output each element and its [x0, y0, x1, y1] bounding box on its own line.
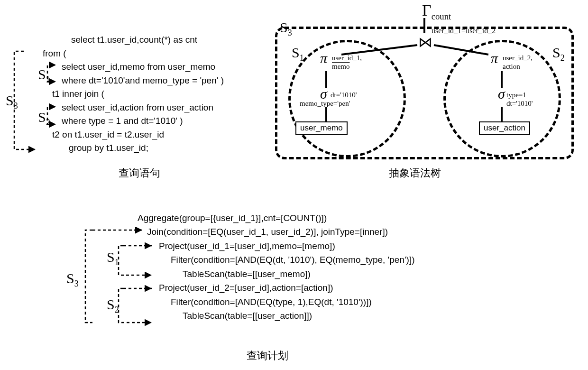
- join-cond: user_id_1=user_id_2: [432, 27, 496, 35]
- sql-line: t1 inner join (: [52, 87, 224, 101]
- label-s1-plan: S1: [107, 249, 119, 268]
- sql-line: where type = 1 and dt='1010' ): [62, 114, 224, 128]
- pi2-op: π: [491, 50, 498, 66]
- sql-line: from (: [43, 47, 224, 61]
- sql-line: select user_id,memo from user_memo: [62, 60, 224, 74]
- sigma1-sub: dt='1010'memo_type='pen': [300, 91, 357, 108]
- pi1-op: π: [320, 50, 327, 66]
- plan-line: TableScan(table=[[user_memo]): [183, 267, 415, 281]
- sql-query-block: select t1.user_id,count(*) as cnt from (…: [38, 33, 224, 155]
- table-user-action: user_action: [479, 121, 530, 135]
- pi2-sub: user_id_2,action: [503, 54, 533, 71]
- sql-line: t2 on t1.user_id = t2.user_id: [52, 128, 224, 142]
- sigma2-op: σ: [498, 86, 505, 102]
- plan-line: Join(condition=[EQ(user_id_1, user_id_2)…: [147, 225, 415, 239]
- label-s2-plan: S2: [107, 296, 119, 315]
- sigma2-sub: type=1dt='1010': [506, 91, 533, 108]
- caption-ast: 抽象语法树: [389, 166, 441, 180]
- label-s1-sql: S1: [38, 66, 50, 85]
- caption-plan: 查询计划: [247, 349, 288, 363]
- label-s1-ast: S1: [292, 45, 304, 63]
- gamma-op: Γcount: [422, 1, 451, 22]
- label-s2-ast: S2: [552, 45, 565, 63]
- label-s3-plan: S3: [66, 270, 79, 289]
- table-user-memo: user_memo: [295, 121, 348, 135]
- plan-line: Filter(condition=[AND(EQ(dt, '1010'), EQ…: [171, 253, 415, 267]
- label-s3-sql: S3: [6, 92, 18, 111]
- label-s2-sql: S2: [38, 109, 50, 128]
- caption-query: 查询语句: [119, 166, 160, 180]
- plan-line: TableScan(table=[[user_action]]): [183, 309, 415, 323]
- sql-line: select user_id,action from user_action: [62, 101, 224, 115]
- ast-block: S3 S1 S2 Γcount ⋈ user_id_1=user_id_2 π …: [270, 3, 579, 162]
- plan-line: Aggregate(group=[{user_id_1}],cnt=[COUNT…: [138, 211, 415, 225]
- plan-line: Project(user_id_2=[user_id],action=[acti…: [159, 281, 415, 295]
- plan-block: Aggregate(group=[{user_id_1}],cnt=[COUNT…: [81, 211, 415, 323]
- sql-line: where dt='1010'and memo_type = 'pen' ): [62, 74, 224, 88]
- sql-line: select t1.user_id,count(*) as cnt: [71, 33, 224, 47]
- join-op: ⋈: [418, 34, 432, 50]
- label-s3-ast: S3: [280, 19, 292, 38]
- plan-line: Project(user_id_1=[user_id],memo=[memo]): [159, 239, 415, 253]
- pi1-sub: user_id_1,memo: [332, 54, 362, 71]
- sql-line: group by t1.user_id;: [69, 141, 224, 155]
- plan-line: Filter(condition=[AND(EQ(type, 1),EQ(dt,…: [171, 295, 415, 309]
